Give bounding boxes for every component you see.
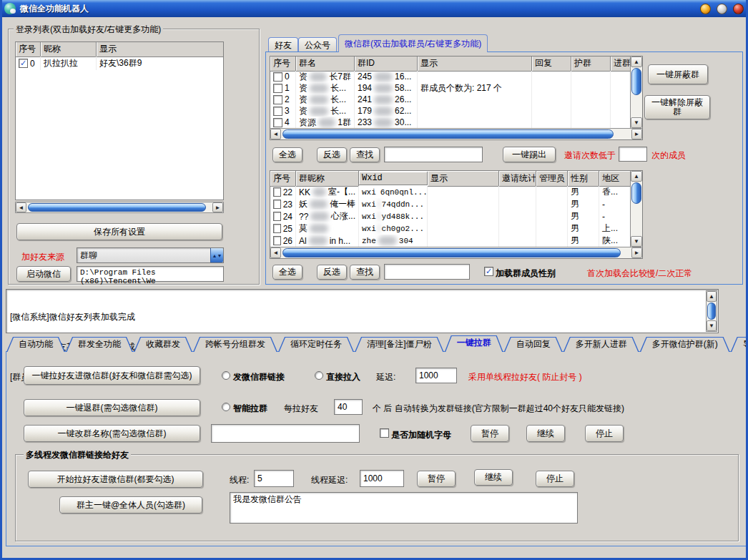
thread-pause-button[interactable]: 暂停 — [417, 471, 456, 487]
scroll-left-icon[interactable]: ◄ — [270, 129, 281, 139]
login-row-checkbox[interactable] — [19, 59, 28, 68]
spinner-updown-icon[interactable]: ▲▼ — [210, 248, 223, 262]
start-pull-friends-button[interactable]: 开始拉好友进微信群(都要勾选) — [28, 471, 203, 488]
random-letter-checkbox[interactable] — [380, 428, 389, 438]
member-table[interactable]: 序号 群昵称 Wxid 显示 邀请统计 管理员 性别 地区 22 KK室-【..… — [270, 170, 643, 259]
member-row[interactable]: 23 妖俺一棒 wxi74qddn... 男 - — [270, 198, 631, 210]
kick-button[interactable]: 一键踢出 — [503, 147, 556, 162]
tab-multi-guard-group[interactable]: 多开微信护群(新) — [640, 337, 730, 352]
member-find-button[interactable]: 查找 — [350, 265, 380, 280]
member-table-hscrollbar[interactable]: ◄ ► — [270, 247, 642, 258]
scroll-left-icon[interactable]: ◄ — [270, 247, 281, 258]
maximize-button[interactable] — [717, 4, 727, 14]
log-area[interactable]: [微信系统]微信好友列表加载完成 [好友列表]好友基本信息加载完成 [群员列表]… — [6, 289, 719, 333]
member-row-checkbox[interactable] — [273, 212, 281, 221]
announcement-textarea[interactable]: 我是发微信群公告 — [230, 492, 578, 524]
member-row[interactable]: 25 莫 wxich0go2... 男 上... — [270, 222, 631, 235]
member-row-checkbox[interactable] — [273, 236, 281, 245]
block-group-button[interactable]: 一键屏蔽群 — [648, 64, 708, 84]
thread-delay-input[interactable] — [360, 470, 404, 487]
scroll-left-icon[interactable]: ◄ — [16, 202, 26, 212]
group-row-checkbox[interactable] — [273, 118, 282, 127]
at-all-members-button[interactable]: 群主一键@全体人员(勾选群) — [59, 496, 202, 514]
resume-button[interactable]: 继续 — [526, 425, 565, 442]
launch-wechat-button[interactable]: 启动微信 — [16, 266, 71, 282]
wechat-path-field[interactable]: D:\Program Files (x86)\Tencent\We — [77, 266, 224, 282]
scroll-thumb[interactable] — [282, 129, 614, 139]
tab-mass-send[interactable]: 群发全功能 — [66, 337, 133, 352]
member-select-all-button[interactable]: 全选 — [272, 265, 302, 280]
save-all-settings-button[interactable]: 保存所有设置 — [16, 223, 222, 240]
group-select-all-button[interactable]: 全选 — [272, 147, 302, 162]
login-list-hscrollbar[interactable]: ◄ ► — [15, 202, 224, 213]
tab-favorite-send[interactable]: 收藏群发 — [134, 337, 192, 352]
member-row-checkbox[interactable] — [273, 224, 281, 233]
scroll-thumb[interactable] — [28, 203, 206, 212]
tab-scheduled-tasks[interactable]: 循环定时任务 — [278, 337, 354, 352]
tab-cross-account-send[interactable]: 跨帐号分组群发 — [193, 337, 277, 352]
group-row[interactable]: 2 资长... 24126... — [270, 94, 631, 105]
tab-auto-functions[interactable]: 自动功能 — [6, 337, 65, 352]
member-row[interactable]: 22 KK室-【... wxi6qn0qnl... 男 香... — [270, 186, 631, 198]
kick-count-input[interactable] — [619, 147, 647, 162]
leave-group-button[interactable]: 一键退群(需勾选微信群) — [24, 399, 200, 416]
group-invert-select-button[interactable]: 反选 — [317, 147, 347, 162]
member-row-checkbox[interactable] — [273, 187, 281, 197]
rename-group-button[interactable]: 一键改群名称(需勾选微信群) — [24, 425, 200, 442]
tab-wechat-groups[interactable]: 微信群(双击加载群员/右键更多功能) — [338, 34, 488, 52]
group-find-button[interactable]: 查找 — [350, 147, 380, 162]
delay-input[interactable] — [415, 368, 457, 383]
pull-friends-into-group-button[interactable]: 一键拉好友进微信群(好友和微信群需勾选) — [24, 366, 200, 385]
group-table[interactable]: 序号 群名 群ID 显示 回复 护群 进群 0 资长7群 24516... 1 … — [270, 56, 643, 140]
group-search-input[interactable] — [384, 147, 483, 162]
tab-official-accounts[interactable]: 公众号 — [298, 37, 337, 51]
stop-button[interactable]: 停止 — [585, 425, 624, 442]
tab-multi-newcomer-join[interactable]: 多开新人进群 — [564, 337, 639, 352]
scroll-thumb[interactable] — [631, 68, 641, 95]
smart-pull-radio[interactable] — [222, 403, 230, 411]
unblock-group-button[interactable]: 一键解除屏蔽群 — [644, 95, 710, 119]
group-name-input[interactable] — [211, 424, 360, 443]
login-row[interactable]: 0 扒拉扒拉 好友\36群9 — [16, 57, 224, 70]
scroll-thumb[interactable] — [707, 303, 716, 320]
close-button[interactable] — [733, 4, 744, 14]
log-vscrollbar[interactable]: ▲ ▼ — [706, 290, 717, 332]
scroll-up-icon[interactable]: ▲ — [707, 291, 717, 302]
load-sex-checkbox[interactable] — [484, 267, 493, 276]
tab-export[interactable]: 导出 — [731, 337, 748, 352]
member-row[interactable]: 26 Alin h... zhe304 男 陕... — [270, 235, 631, 247]
login-list[interactable]: 序号 昵称 显示 0 扒拉扒拉 好友\36群9 — [15, 41, 224, 200]
thread-count-input[interactable] — [254, 470, 294, 487]
group-row[interactable]: 1 资长... 19458... 群成员个数为: 217 个 — [270, 82, 631, 94]
tab-clean-zombie-fans[interactable]: 清理[备注]僵尸粉 — [355, 337, 444, 352]
tab-one-key-pull-group[interactable]: 一键拉群 — [445, 335, 503, 352]
member-row[interactable]: 24 ??心涨... wxiyd488k... 男 - — [270, 210, 631, 222]
scroll-right-icon[interactable]: ► — [631, 129, 642, 139]
tab-friends[interactable]: 好友 — [268, 37, 298, 51]
group-row[interactable]: 0 资长7群 24516... — [270, 71, 631, 82]
scroll-down-icon[interactable]: ▼ — [631, 236, 642, 247]
group-table-vscrollbar[interactable]: ▲ ▼ — [630, 57, 642, 128]
add-friend-source-select[interactable]: 群聊 ▲▼ — [77, 247, 224, 263]
group-table-hscrollbar[interactable]: ◄ ► — [270, 128, 642, 139]
group-row[interactable]: 4 资源1群 23330... — [270, 117, 631, 128]
direct-pull-radio[interactable] — [315, 371, 323, 380]
member-table-vscrollbar[interactable]: ▲ ▼ — [630, 171, 642, 247]
minimize-button[interactable] — [700, 4, 711, 14]
scroll-thumb[interactable] — [631, 182, 641, 204]
group-row-checkbox[interactable] — [273, 95, 282, 104]
group-row-checkbox[interactable] — [273, 107, 282, 116]
thread-stop-button[interactable]: 停止 — [536, 471, 574, 487]
scroll-down-icon[interactable]: ▼ — [631, 117, 642, 128]
scroll-thumb[interactable] — [282, 248, 621, 257]
member-row-checkbox[interactable] — [273, 200, 281, 209]
group-row-checkbox[interactable] — [273, 84, 282, 93]
member-invert-select-button[interactable]: 反选 — [317, 265, 347, 280]
member-search-input[interactable] — [384, 264, 470, 280]
thread-resume-button[interactable]: 继续 — [474, 469, 513, 486]
scroll-right-icon[interactable]: ► — [212, 202, 223, 212]
send-group-link-radio[interactable] — [222, 371, 230, 380]
group-row[interactable]: 3 资长... 17962... — [270, 105, 631, 117]
group-row-checkbox[interactable] — [273, 72, 282, 82]
pause-button[interactable]: 暂停 — [471, 425, 509, 442]
